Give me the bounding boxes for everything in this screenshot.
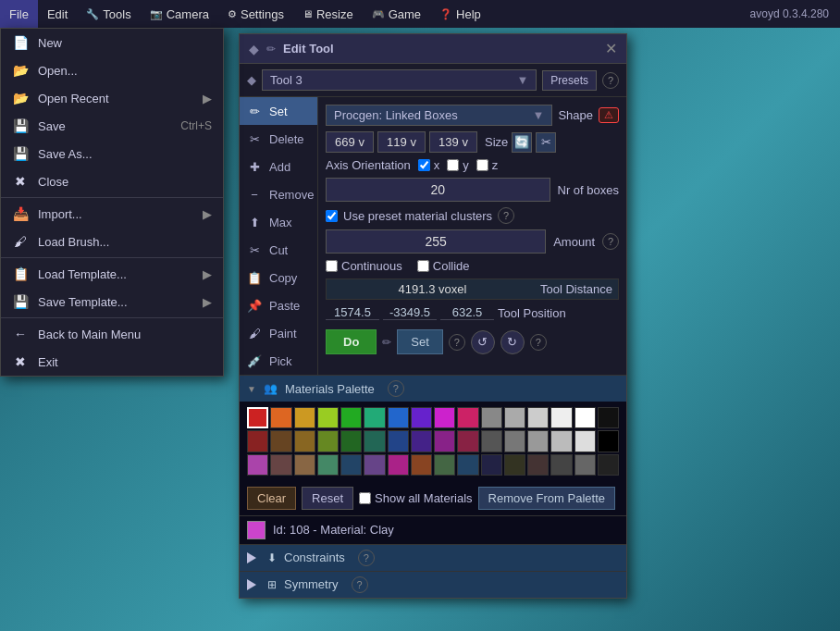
undo-button[interactable]: ↺ bbox=[471, 330, 495, 354]
collide-checkbox[interactable] bbox=[417, 260, 429, 272]
color-swatch-3[interactable] bbox=[317, 407, 339, 428]
color-swatch-37[interactable] bbox=[364, 454, 385, 476]
axis-x-checkbox[interactable] bbox=[418, 159, 430, 171]
tool-pos-y-input[interactable] bbox=[383, 305, 437, 320]
symmetry-help-btn[interactable]: ? bbox=[352, 576, 368, 593]
color-swatch-43[interactable] bbox=[504, 454, 525, 476]
amount-help-btn[interactable]: ? bbox=[602, 233, 619, 250]
constraints-section[interactable]: ⬇ Constraints ? bbox=[240, 544, 626, 571]
color-swatch-38[interactable] bbox=[388, 454, 409, 476]
tool-btn-paint[interactable]: 🖌 Paint bbox=[240, 319, 317, 347]
clear-button[interactable]: Clear bbox=[247, 487, 296, 510]
menu-item-close[interactable]: ✖ Close bbox=[1, 167, 223, 195]
tool-pos-x-input[interactable] bbox=[326, 305, 379, 320]
tool-btn-paste[interactable]: 📌 Paste bbox=[240, 291, 317, 319]
remove-from-palette-button[interactable]: Remove From Palette bbox=[478, 487, 615, 510]
color-swatch-22[interactable] bbox=[388, 430, 409, 452]
redo-button[interactable]: ↻ bbox=[500, 330, 525, 354]
color-swatch-5[interactable] bbox=[364, 407, 385, 428]
color-swatch-15[interactable] bbox=[598, 407, 619, 428]
color-swatch-20[interactable] bbox=[340, 430, 362, 452]
menubar-camera[interactable]: 📷 Camera bbox=[141, 0, 218, 28]
color-swatch-46[interactable] bbox=[574, 454, 596, 476]
color-swatch-30[interactable] bbox=[574, 430, 596, 452]
color-swatch-33[interactable] bbox=[270, 454, 291, 476]
menu-item-back-to-main[interactable]: ← Back to Main Menu bbox=[1, 320, 223, 348]
color-swatch-17[interactable] bbox=[270, 430, 291, 452]
size-z-input[interactable] bbox=[429, 131, 477, 153]
color-swatch-47[interactable] bbox=[598, 454, 619, 476]
menu-item-load-template[interactable]: 📋 Load Template... ▶ bbox=[1, 260, 223, 288]
color-swatch-19[interactable] bbox=[317, 430, 339, 452]
menu-item-open[interactable]: 📂 Open... bbox=[1, 56, 223, 84]
menu-item-open-recent[interactable]: 📂 Open Recent ▶ bbox=[1, 84, 223, 112]
panel-close-button[interactable]: ✕ bbox=[605, 40, 617, 57]
materials-section-header[interactable]: ▼ 👥 Materials Palette ? bbox=[240, 375, 626, 402]
color-swatch-13[interactable] bbox=[550, 407, 572, 428]
tool-btn-copy[interactable]: 📋 Copy bbox=[240, 264, 317, 291]
menubar-resize[interactable]: 🖥 Resize bbox=[293, 0, 363, 28]
color-swatch-21[interactable] bbox=[364, 430, 385, 452]
menu-item-load-brush[interactable]: 🖌 Load Brush... bbox=[1, 228, 223, 255]
help-button[interactable]: ? bbox=[602, 72, 619, 89]
color-swatch-42[interactable] bbox=[481, 454, 502, 476]
menu-item-new[interactable]: 📄 New bbox=[1, 29, 223, 56]
color-swatch-29[interactable] bbox=[550, 430, 572, 452]
color-swatch-27[interactable] bbox=[504, 430, 525, 452]
menu-item-save[interactable]: 💾 Save Ctrl+S bbox=[1, 112, 223, 140]
color-swatch-7[interactable] bbox=[411, 407, 432, 428]
color-swatch-35[interactable] bbox=[317, 454, 339, 476]
constraints-help-btn[interactable]: ? bbox=[358, 550, 375, 566]
tool-pos-z-input[interactable] bbox=[440, 305, 494, 320]
color-swatch-10[interactable] bbox=[481, 407, 502, 428]
tool-btn-add[interactable]: ✚ Add bbox=[240, 153, 317, 180]
color-swatch-16[interactable] bbox=[247, 430, 268, 452]
color-swatch-12[interactable] bbox=[527, 407, 549, 428]
color-swatch-26[interactable] bbox=[481, 430, 502, 452]
nr-boxes-input[interactable] bbox=[326, 178, 550, 202]
menubar-settings[interactable]: ⚙ Settings bbox=[218, 0, 293, 28]
tool-btn-cut[interactable]: ✂ Cut bbox=[240, 236, 317, 264]
symmetry-section[interactable]: ⊞ Symmetry ? bbox=[240, 571, 626, 598]
axis-z-checkbox[interactable] bbox=[476, 159, 488, 171]
tool-btn-pick[interactable]: 💉 Pick bbox=[240, 347, 317, 375]
color-swatch-45[interactable] bbox=[550, 454, 572, 476]
color-swatch-40[interactable] bbox=[434, 454, 455, 476]
tool-name-dropdown[interactable]: Tool 3 ▼ bbox=[262, 69, 537, 91]
color-swatch-32[interactable] bbox=[247, 454, 268, 476]
do-set-help-btn[interactable]: ? bbox=[449, 334, 465, 351]
color-swatch-28[interactable] bbox=[527, 430, 549, 452]
size-y-input[interactable] bbox=[377, 131, 426, 153]
color-swatch-1[interactable] bbox=[270, 407, 291, 428]
color-swatch-23[interactable] bbox=[411, 430, 432, 452]
color-swatch-11[interactable] bbox=[504, 407, 525, 428]
axis-y-checkbox[interactable] bbox=[447, 159, 459, 171]
tool-btn-max[interactable]: ⬆ Max bbox=[240, 208, 317, 236]
reset-button[interactable]: Reset bbox=[302, 487, 353, 510]
color-swatch-25[interactable] bbox=[457, 430, 478, 452]
color-swatch-14[interactable] bbox=[574, 407, 596, 428]
menubar-game[interactable]: 🎮 Game bbox=[363, 0, 430, 28]
menu-item-save-as[interactable]: 💾 Save As... bbox=[1, 140, 223, 167]
color-swatch-41[interactable] bbox=[457, 454, 478, 476]
menu-item-save-template[interactable]: 💾 Save Template... ▶ bbox=[1, 288, 223, 316]
color-swatch-34[interactable] bbox=[294, 454, 315, 476]
undo-redo-help-btn[interactable]: ? bbox=[530, 334, 547, 351]
size-reset-button[interactable]: 🔄 bbox=[512, 132, 532, 153]
menubar-file[interactable]: File bbox=[0, 0, 38, 28]
presets-button[interactable]: Presets bbox=[542, 70, 597, 91]
menu-item-exit[interactable]: ✖ Exit bbox=[1, 348, 223, 376]
use-preset-help-btn[interactable]: ? bbox=[498, 207, 514, 224]
use-preset-checkbox[interactable] bbox=[326, 210, 338, 222]
color-swatch-9[interactable] bbox=[457, 407, 478, 428]
color-swatch-6[interactable] bbox=[388, 407, 409, 428]
size-link-button[interactable]: ✂ bbox=[536, 132, 556, 153]
amount-input[interactable] bbox=[326, 229, 546, 254]
menubar-help[interactable]: ❓ Help bbox=[430, 0, 490, 28]
color-swatch-2[interactable] bbox=[294, 407, 315, 428]
size-x-input[interactable] bbox=[326, 131, 374, 153]
color-swatch-31[interactable] bbox=[598, 430, 619, 452]
color-swatch-24[interactable] bbox=[434, 430, 455, 452]
color-swatch-18[interactable] bbox=[294, 430, 315, 452]
color-swatch-0[interactable] bbox=[247, 407, 268, 428]
